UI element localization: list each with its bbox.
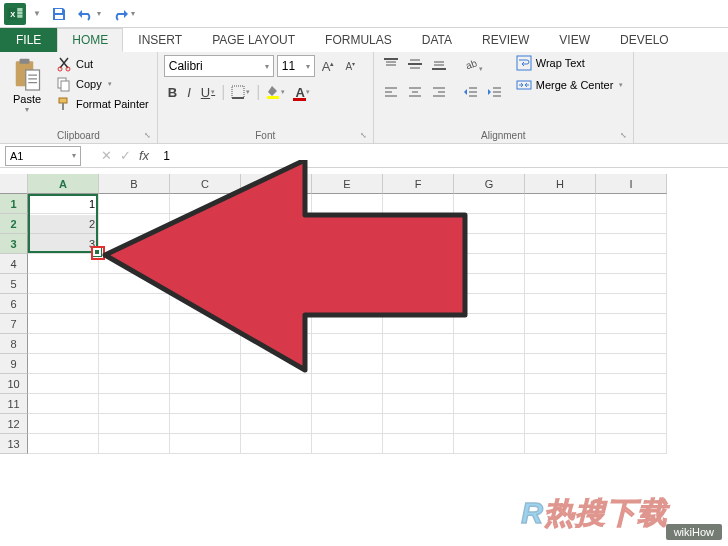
col-header-I[interactable]: I xyxy=(596,174,667,194)
row-header-1[interactable]: 1 xyxy=(0,194,28,214)
cell-A10[interactable] xyxy=(28,374,99,394)
tab-home[interactable]: HOME xyxy=(57,28,123,52)
cell-H1[interactable] xyxy=(525,194,596,214)
cut-button[interactable]: Cut xyxy=(54,55,151,73)
cell-H5[interactable] xyxy=(525,274,596,294)
cell-A12[interactable] xyxy=(28,414,99,434)
tab-insert[interactable]: INSERT xyxy=(123,28,197,52)
cell-I7[interactable] xyxy=(596,314,667,334)
row-header-11[interactable]: 11 xyxy=(0,394,28,414)
cell-H6[interactable] xyxy=(525,294,596,314)
row-header-2[interactable]: 2 xyxy=(0,214,28,234)
col-header-H[interactable]: H xyxy=(525,174,596,194)
align-center-button[interactable] xyxy=(404,83,426,105)
cell-I1[interactable] xyxy=(596,194,667,214)
row-header-8[interactable]: 8 xyxy=(0,334,28,354)
cell-H12[interactable] xyxy=(525,414,596,434)
tab-view[interactable]: VIEW xyxy=(544,28,605,52)
cell-I11[interactable] xyxy=(596,394,667,414)
cell-H2[interactable] xyxy=(525,214,596,234)
cell-H10[interactable] xyxy=(525,374,596,394)
row-header-7[interactable]: 7 xyxy=(0,314,28,334)
cell-I3[interactable] xyxy=(596,234,667,254)
cell-I9[interactable] xyxy=(596,354,667,374)
cell-D13[interactable] xyxy=(241,434,312,454)
select-all-corner[interactable] xyxy=(0,174,28,194)
tab-page-layout[interactable]: PAGE LAYOUT xyxy=(197,28,310,52)
cell-I13[interactable] xyxy=(596,434,667,454)
shrink-font-button[interactable]: A▾ xyxy=(341,58,359,74)
tab-file[interactable]: FILE xyxy=(0,28,57,52)
cell-H11[interactable] xyxy=(525,394,596,414)
decrease-indent-button[interactable] xyxy=(460,83,482,105)
align-left-button[interactable] xyxy=(380,83,402,105)
redo-button[interactable]: ▾ xyxy=(106,4,140,24)
cell-E13[interactable] xyxy=(312,434,383,454)
underline-button[interactable]: U▾ xyxy=(197,84,219,101)
cell-A2[interactable]: 2 xyxy=(28,214,99,234)
undo-button[interactable]: ▾ xyxy=(72,4,106,24)
cell-I8[interactable] xyxy=(596,334,667,354)
cell-H7[interactable] xyxy=(525,314,596,334)
cell-A7[interactable] xyxy=(28,314,99,334)
row-header-6[interactable]: 6 xyxy=(0,294,28,314)
borders-button[interactable]: ▾ xyxy=(227,84,254,100)
cell-I4[interactable] xyxy=(596,254,667,274)
tab-review[interactable]: REVIEW xyxy=(467,28,544,52)
increase-indent-button[interactable] xyxy=(484,83,506,105)
row-header-13[interactable]: 13 xyxy=(0,434,28,454)
align-middle-button[interactable] xyxy=(404,55,426,77)
row-header-12[interactable]: 12 xyxy=(0,414,28,434)
row-header-5[interactable]: 5 xyxy=(0,274,28,294)
cell-I6[interactable] xyxy=(596,294,667,314)
wrap-text-button[interactable]: Wrap Text xyxy=(516,55,624,71)
orientation-button[interactable]: ab▾ xyxy=(460,55,486,77)
row-header-3[interactable]: 3 xyxy=(0,234,28,254)
italic-button[interactable]: I xyxy=(183,84,195,101)
cell-I12[interactable] xyxy=(596,414,667,434)
cell-H9[interactable] xyxy=(525,354,596,374)
font-launcher-icon[interactable]: ⤡ xyxy=(360,131,367,140)
align-top-button[interactable] xyxy=(380,55,402,77)
cell-A3[interactable]: 3 xyxy=(28,234,99,254)
cell-H3[interactable] xyxy=(525,234,596,254)
font-name-select[interactable]: Calibri▾ xyxy=(164,55,274,77)
cell-B13[interactable] xyxy=(99,434,170,454)
paste-button[interactable]: Paste ▾ xyxy=(6,55,48,116)
bold-button[interactable]: B xyxy=(164,84,181,101)
format-painter-button[interactable]: Format Painter xyxy=(54,95,151,113)
copy-button[interactable]: Copy▾ xyxy=(54,75,151,93)
font-size-select[interactable]: 11▾ xyxy=(277,55,315,77)
merge-center-button[interactable]: Merge & Center▾ xyxy=(516,77,624,93)
cell-H4[interactable] xyxy=(525,254,596,274)
qat-dropdown-icon[interactable]: ▼ xyxy=(26,6,46,21)
cell-A13[interactable] xyxy=(28,434,99,454)
row-header-9[interactable]: 9 xyxy=(0,354,28,374)
cell-A9[interactable] xyxy=(28,354,99,374)
cell-F13[interactable] xyxy=(383,434,454,454)
cell-A6[interactable] xyxy=(28,294,99,314)
cell-A5[interactable] xyxy=(28,274,99,294)
fill-color-button[interactable]: ▾ xyxy=(262,84,289,100)
cell-A8[interactable] xyxy=(28,334,99,354)
cell-I5[interactable] xyxy=(596,274,667,294)
cell-A4[interactable] xyxy=(28,254,99,274)
tab-data[interactable]: DATA xyxy=(407,28,467,52)
cell-A11[interactable] xyxy=(28,394,99,414)
cell-I10[interactable] xyxy=(596,374,667,394)
col-header-A[interactable]: A xyxy=(28,174,99,194)
tab-developer[interactable]: DEVELO xyxy=(605,28,684,52)
grow-font-button[interactable]: A▴ xyxy=(318,57,339,76)
align-bottom-button[interactable] xyxy=(428,55,450,77)
font-color-button[interactable]: A▾ xyxy=(291,84,313,101)
cell-H8[interactable] xyxy=(525,334,596,354)
row-header-10[interactable]: 10 xyxy=(0,374,28,394)
row-header-4[interactable]: 4 xyxy=(0,254,28,274)
cell-A1[interactable]: 1 xyxy=(28,194,99,214)
alignment-launcher-icon[interactable]: ⤡ xyxy=(620,131,627,140)
tab-formulas[interactable]: FORMULAS xyxy=(310,28,407,52)
cell-I2[interactable] xyxy=(596,214,667,234)
cell-C13[interactable] xyxy=(170,434,241,454)
clipboard-launcher-icon[interactable]: ⤡ xyxy=(144,131,151,140)
save-button[interactable] xyxy=(46,3,72,25)
